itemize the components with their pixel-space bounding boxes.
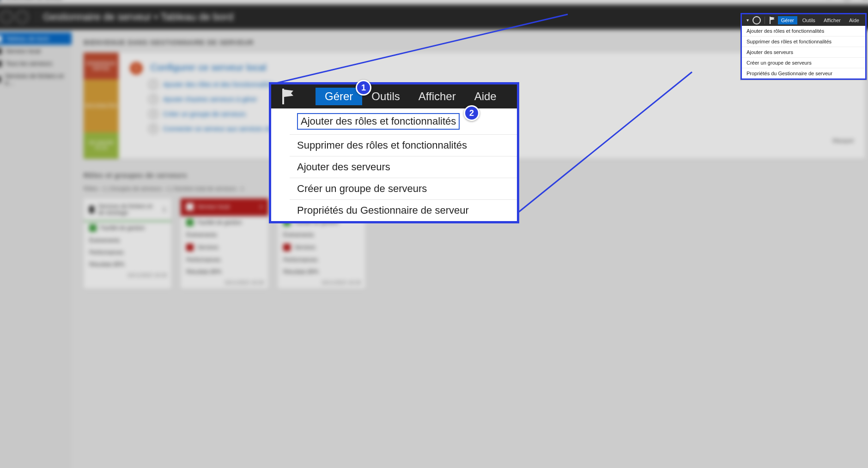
manage-menu-popup-small: ▾ Gérer Outils Afficher Aide Ajouter des…: [741, 13, 867, 80]
menuitem-remove-roles-small[interactable]: Supprimer des rôles et fonctionnalités: [742, 36, 865, 47]
menuitem-remove-roles[interactable]: Supprimer des rôles et fonctionnalités: [290, 135, 517, 156]
zoom-callout: Gérer Outils Afficher Aide Ajouter des r…: [269, 82, 519, 223]
menu-aide-small[interactable]: Aide: [846, 16, 862, 24]
menu-gerer-small[interactable]: Gérer: [778, 16, 797, 24]
notifications-flag-icon-zoom[interactable]: [279, 88, 297, 105]
menuitem-add-servers-small[interactable]: Ajouter des serveurs: [742, 47, 865, 58]
svg-line-1: [518, 72, 692, 212]
svg-line-0: [270, 14, 568, 84]
notifications-flag-icon[interactable]: [769, 17, 776, 24]
menu-gerer[interactable]: Gérer: [316, 88, 362, 105]
annotation-bubble-2: 2: [464, 105, 480, 121]
dropdown-caret-icon[interactable]: ▾: [745, 18, 751, 23]
annotation-bubble-1: 1: [356, 80, 371, 96]
menu-afficher-small[interactable]: Afficher: [820, 16, 844, 24]
refresh-icon[interactable]: [753, 16, 761, 24]
menuitem-add-roles[interactable]: Ajouter des rôles et fonctionnalités: [290, 108, 517, 135]
menuitem-add-roles-small[interactable]: Ajouter des rôles et fonctionnalités: [742, 26, 865, 36]
menuitem-create-group[interactable]: Créer un groupe de serveurs: [290, 178, 517, 200]
menuitem-create-group-small[interactable]: Créer un groupe de serveurs: [742, 58, 865, 68]
menu-aide[interactable]: Aide: [465, 88, 506, 105]
menuitem-properties-small[interactable]: Propriétés du Gestionnaire de serveur: [742, 68, 865, 78]
menuitem-properties[interactable]: Propriétés du Gestionnaire de serveur: [290, 200, 517, 221]
menu-afficher[interactable]: Afficher: [409, 88, 465, 105]
menu-outils-small[interactable]: Outils: [799, 16, 819, 24]
menuitem-add-servers[interactable]: Ajouter des serveurs: [290, 156, 517, 178]
